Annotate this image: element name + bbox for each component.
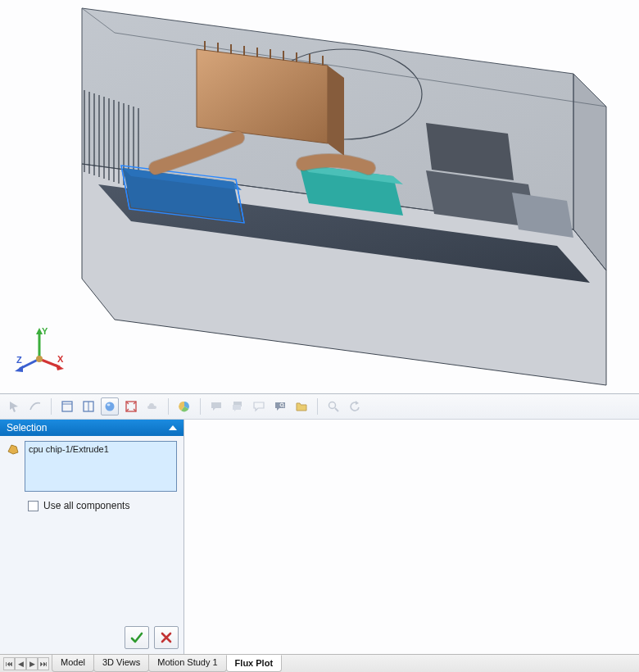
triad-y-label: Y <box>42 326 48 336</box>
toolbar-separator <box>200 398 201 415</box>
svg-marker-44 <box>15 366 23 372</box>
use-all-components-row[interactable]: Use all components <box>0 492 184 511</box>
svg-marker-58 <box>356 401 359 405</box>
svg-line-57 <box>335 408 338 411</box>
use-all-components-label: Use all components <box>43 500 129 511</box>
svg-marker-42 <box>56 364 64 370</box>
config-tab-bar: ⏮ ◀ ▶ ⏭ Model 3D Views Motion Study 1 Fl… <box>0 654 639 672</box>
svg-point-51 <box>107 404 111 406</box>
plot-canvas[interactable] <box>184 420 639 654</box>
svg-marker-28 <box>328 66 344 156</box>
comment-stack-icon[interactable] <box>229 397 247 415</box>
use-all-components-checkbox[interactable] <box>28 501 39 511</box>
cancel-button[interactable] <box>154 626 179 649</box>
graphics-viewport[interactable]: Y X Z <box>0 0 639 393</box>
tab-scroll-first[interactable]: ⏮ <box>3 657 15 670</box>
triad-x-label: X <box>57 354 64 364</box>
pane-icon[interactable] <box>79 397 97 415</box>
comment-icon[interactable] <box>207 397 225 415</box>
comment-outline-icon[interactable] <box>250 397 268 415</box>
folder-icon[interactable] <box>292 397 310 415</box>
zoom-icon[interactable] <box>324 397 342 415</box>
model-3d-view[interactable] <box>0 0 639 393</box>
tab-3d-views[interactable]: 3D Views <box>93 655 149 672</box>
property-manager-area: Selection cpu chip-1/Extrude1 Use all co… <box>0 393 639 672</box>
ok-button[interactable] <box>125 626 149 649</box>
svg-point-56 <box>329 402 336 409</box>
edge-select-icon[interactable] <box>26 397 44 415</box>
undo-icon[interactable] <box>346 397 364 415</box>
selection-item[interactable]: cpu chip-1/Extrude1 <box>29 444 173 454</box>
cloud-icon[interactable] <box>143 397 161 415</box>
toolbar-separator <box>168 398 169 415</box>
pie-chart-icon[interactable] <box>175 397 193 415</box>
toolbar-separator <box>317 398 318 415</box>
cursor-icon[interactable] <box>5 397 23 415</box>
svg-rect-46 <box>62 402 72 411</box>
selection-section-header[interactable]: Selection <box>0 420 184 436</box>
toolbar-separator <box>51 398 52 415</box>
search-bubble-icon[interactable] <box>271 397 289 415</box>
svg-point-45 <box>36 356 43 362</box>
tab-scroll-last[interactable]: ⏭ <box>38 657 49 670</box>
view-triad[interactable]: Y X Z <box>15 326 64 375</box>
window-icon[interactable] <box>58 397 76 415</box>
tab-scroll-prev[interactable]: ◀ <box>15 657 26 670</box>
selection-section-title: Selection <box>7 422 47 434</box>
tab-scroll-next[interactable]: ▶ <box>26 657 38 670</box>
sphere-icon[interactable] <box>101 397 119 415</box>
tab-motion-study-1[interactable]: Motion Study 1 <box>148 655 226 672</box>
svg-point-50 <box>106 402 115 411</box>
tab-flux-plot[interactable]: Flux Plot <box>226 655 282 672</box>
svg-marker-27 <box>197 49 328 143</box>
selection-listbox[interactable]: cpu chip-1/Extrude1 <box>25 441 177 492</box>
property-manager-pane: Selection cpu chip-1/Extrude1 Use all co… <box>0 420 184 654</box>
flow-sim-toolbar <box>0 394 639 420</box>
tab-model[interactable]: Model <box>52 655 94 672</box>
collapse-caret-icon[interactable] <box>169 425 177 430</box>
body-select-icon <box>7 443 20 456</box>
fit-bounds-icon[interactable] <box>122 397 140 415</box>
triad-z-label: Z <box>16 355 22 365</box>
